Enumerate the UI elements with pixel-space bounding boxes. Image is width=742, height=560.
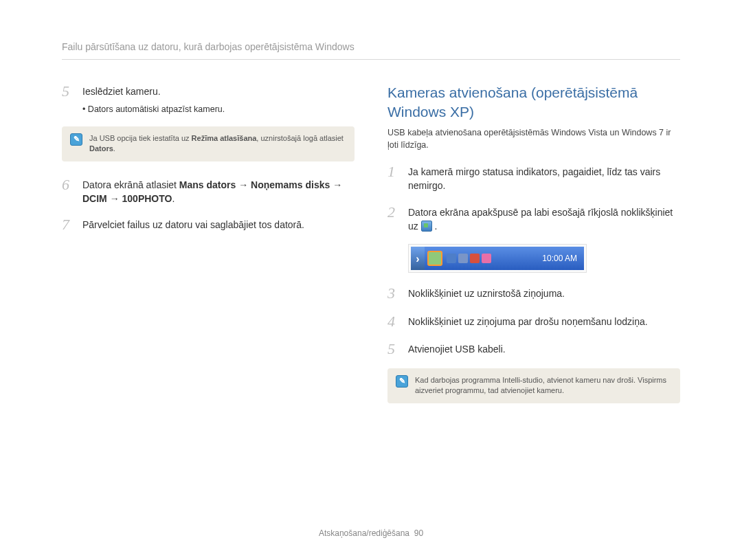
safely-remove-highlighted-icon <box>427 251 442 266</box>
step-text: Datora ekrāna apakšpusē pa labi esošajā … <box>408 204 680 234</box>
tray-icon <box>482 254 491 263</box>
footer-section: Atskaņošana/rediģēšana <box>319 528 409 538</box>
step-text: Ja kamerā mirgo statusa indikators, paga… <box>408 164 680 193</box>
right-column: Kameras atvienošana (operētājsistēmā Win… <box>387 83 680 418</box>
step-5: 5 Ieslēdziet kameru. Dators automātiski … <box>62 83 355 115</box>
step-text: Pārvelciet failus uz datoru vai saglabāj… <box>82 216 355 233</box>
note-text: Ja USB opcija tiek iestatīta uz Režīma a… <box>89 133 346 155</box>
step-number: 5 <box>62 83 76 115</box>
note-text: Kad darbojas programma Intelli-studio, a… <box>415 375 672 396</box>
page-header: Failu pārsūtīšana uz datoru, kurā darboj… <box>62 40 680 60</box>
step-number: 1 <box>387 164 401 193</box>
tray-icon <box>447 254 456 263</box>
taskbar-screenshot: › 10:00 AM <box>408 244 587 273</box>
step-3: 3 Noklikšķiniet uz uznirstošā ziņojuma. <box>387 285 680 302</box>
note-box-2: ✎ Kad darbojas programma Intelli-studio,… <box>387 368 680 403</box>
step-text: Datora ekrānā atlasiet Mans dators → Noņ… <box>82 177 355 206</box>
step-text: Atvienojiet USB kabeli. <box>408 341 680 357</box>
footer-page-number: 90 <box>414 528 423 538</box>
info-icon: ✎ <box>70 133 82 146</box>
step-number: 4 <box>387 313 401 330</box>
step-6: 6 Datora ekrānā atlasiet Mans dators → N… <box>62 177 355 206</box>
info-icon: ✎ <box>396 375 408 388</box>
step-number: 5 <box>387 341 401 357</box>
section-sub: USB kabeļa atvienošana operētājsistēmās … <box>387 126 680 151</box>
step-4: 4 Noklikšķiniet uz ziņojuma par drošu no… <box>387 313 680 330</box>
step-number: 7 <box>62 216 76 233</box>
step-1: 1 Ja kamerā mirgo statusa indikators, pa… <box>387 164 680 193</box>
step-text: Noklikšķiniet uz ziņojuma par drošu noņe… <box>408 313 680 330</box>
tray-icon <box>458 254 468 263</box>
step-text: Ieslēdziet kameru. <box>82 86 161 97</box>
step-5-right: 5 Atvienojiet USB kabeli. <box>387 341 680 357</box>
page-footer: Atskaņošana/rediģēšana 90 <box>0 528 742 539</box>
note-box-1: ✎ Ja USB opcija tiek iestatīta uz Režīma… <box>62 126 355 161</box>
step-number: 2 <box>387 204 401 234</box>
step-2: 2 Datora ekrāna apakšpusē pa labi esošaj… <box>387 204 680 234</box>
step-7: 7 Pārvelciet failus uz datoru vai saglab… <box>62 216 355 233</box>
step-number: 6 <box>62 177 76 206</box>
step-sub: Dators automātiski atpazīst kameru. <box>82 103 355 115</box>
taskbar-expand-icon: › <box>411 247 425 270</box>
taskbar-clock: 10:00 AM <box>542 253 577 265</box>
step-text: Noklikšķiniet uz uznirstošā ziņojuma. <box>408 285 680 302</box>
section-title: Kameras atvienošana (operētājsistēmā Win… <box>387 83 680 121</box>
left-column: 5 Ieslēdziet kameru. Dators automātiski … <box>62 83 355 418</box>
step-number: 3 <box>387 285 401 302</box>
safely-remove-icon <box>421 221 432 232</box>
tray-icons <box>447 254 491 263</box>
tray-icon <box>470 254 480 263</box>
